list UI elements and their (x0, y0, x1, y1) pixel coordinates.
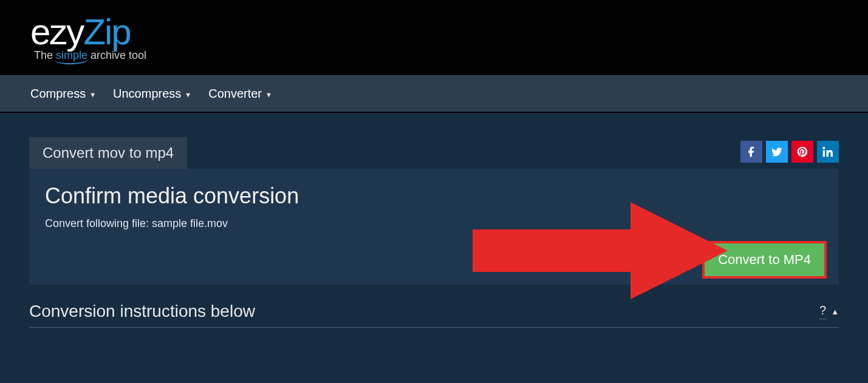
tagline-post: archive tool (87, 49, 146, 61)
caret-down-icon: ▼ (185, 91, 191, 98)
instructions-toggle[interactable]: ? ▲ (819, 303, 839, 319)
share-pinterest-button[interactable] (791, 141, 813, 163)
help-icon: ? (819, 303, 826, 319)
nav-uncompress-label: Uncompress (113, 87, 181, 101)
nav-converter-label: Converter (208, 87, 262, 101)
nav-compress[interactable]: Compress ▼ (30, 76, 96, 112)
social-share (740, 141, 839, 163)
tagline-pre: The (34, 49, 56, 61)
facebook-icon (745, 146, 757, 158)
nav-converter[interactable]: Converter ▼ (208, 76, 272, 112)
panel-heading: Confirm media conversion (45, 183, 823, 209)
instructions-section: Conversion instructions below ? ▲ (0, 285, 868, 328)
linkedin-icon (822, 146, 834, 158)
main-content: Convert mov to mp4 Confirm media convers… (0, 113, 868, 285)
convert-button-label: Convert to MP4 (718, 252, 811, 267)
twitter-icon (771, 146, 783, 158)
tagline: The simple archive tool (34, 49, 838, 62)
logo[interactable]: ezy Zip (30, 11, 838, 53)
share-facebook-button[interactable] (740, 141, 762, 163)
caret-down-icon: ▼ (265, 91, 272, 98)
nav-compress-label: Compress (30, 87, 86, 101)
logo-part-ezy: ezy (30, 11, 83, 53)
active-tab[interactable]: Convert mov to mp4 (29, 137, 187, 169)
pinterest-icon (796, 146, 808, 158)
instructions-title: Conversion instructions below (29, 302, 255, 321)
nav-uncompress[interactable]: Uncompress ▼ (113, 76, 191, 112)
convert-button[interactable]: Convert to MP4 (702, 241, 827, 279)
panel-subline: Convert following file: sample file.mov (45, 217, 823, 230)
tagline-emph: simple (56, 49, 87, 61)
header: ezy Zip The simple archive tool (0, 0, 868, 75)
caret-down-icon: ▼ (89, 91, 96, 98)
conversion-panel: Confirm media conversion Convert followi… (29, 169, 839, 285)
chevron-up-icon: ▲ (831, 307, 839, 316)
main-nav: Compress ▼ Uncompress ▼ Converter ▼ (0, 75, 868, 112)
logo-part-zip: Zip (83, 11, 130, 53)
active-tab-label: Convert mov to mp4 (43, 144, 174, 161)
share-linkedin-button[interactable] (817, 141, 839, 163)
share-twitter-button[interactable] (766, 141, 788, 163)
